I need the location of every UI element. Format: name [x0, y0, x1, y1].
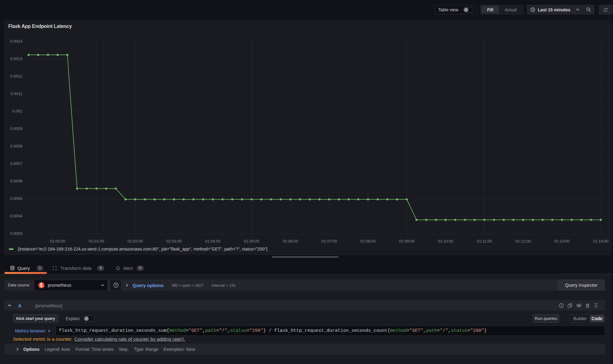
- svg-text:01:10:00: 01:10:00: [438, 239, 454, 243]
- svg-text:0.0014: 0.0014: [10, 39, 22, 44]
- query-inspector-button[interactable]: Query inspector: [557, 279, 605, 290]
- query-row-header[interactable]: A (prometheus) ?: [4, 300, 605, 311]
- svg-text:0.0006: 0.0006: [10, 179, 22, 183]
- tab-alert-label: Alert: [123, 266, 133, 271]
- drag-handle-icon[interactable]: [594, 303, 598, 308]
- svg-text:0.0003: 0.0003: [10, 231, 22, 236]
- grafana-panel-editor: Table view Fill Actual Last 15 minutes F…: [0, 0, 613, 364]
- svg-text:01:08:00: 01:08:00: [360, 239, 376, 243]
- query-options-toggle[interactable]: Query options: [125, 280, 164, 291]
- refresh-button[interactable]: [599, 5, 612, 14]
- options-step: Step:: [119, 347, 129, 352]
- tab-query[interactable]: Query 1: [10, 264, 44, 272]
- query-options-interval: Interval = 15s: [212, 283, 236, 288]
- table-view-toggle[interactable]: [463, 7, 474, 13]
- svg-text:01:02:00: 01:02:00: [128, 239, 143, 243]
- query-help-icon[interactable]: ?: [559, 303, 564, 308]
- table-view-toggle-group: Table view: [435, 5, 477, 14]
- tab-query-badge: 1: [36, 266, 44, 271]
- svg-text:01:11:00: 01:11:00: [477, 239, 492, 243]
- question-circle-icon: ?: [113, 282, 119, 288]
- svg-text:01:07:00: 01:07:00: [321, 239, 337, 243]
- builder-code-segment: Builder Code: [569, 314, 605, 323]
- svg-text:0.0005: 0.0005: [10, 196, 22, 201]
- svg-text:01:01:00: 01:01:00: [89, 239, 104, 243]
- query-options-md: MD = auto = 1827: [172, 283, 204, 288]
- builder-button[interactable]: Builder: [570, 316, 590, 321]
- transform-icon: [52, 266, 57, 270]
- legend-series-dash[interactable]: [9, 248, 13, 250]
- remove-query-icon[interactable]: [585, 303, 590, 308]
- zoom-out-button[interactable]: [583, 5, 594, 14]
- tab-alert[interactable]: Alert 0: [116, 264, 144, 272]
- explain-toggle[interactable]: [83, 316, 94, 321]
- options-label: Options: [23, 347, 40, 352]
- svg-text:0.0011: 0.0011: [10, 91, 22, 96]
- svg-text:01:14:00: 01:14:00: [593, 239, 609, 243]
- kick-start-query-button[interactable]: Kick start your query: [13, 314, 58, 323]
- code-button[interactable]: Code: [590, 315, 604, 322]
- svg-text:01:09:00: 01:09:00: [399, 239, 415, 243]
- metrics-browser-chevron-icon: [48, 329, 50, 332]
- svg-text:0.0012: 0.0012: [10, 74, 22, 79]
- svg-text:01:00:00: 01:00:00: [50, 239, 66, 243]
- tab-alert-badge: 0: [137, 266, 144, 271]
- time-range-group: Last 15 minutes: [527, 5, 594, 14]
- datasource-select[interactable]: prometheus: [34, 280, 108, 291]
- legend-row: {instance="ec2-184-169-216-224.us-west-1…: [9, 247, 267, 251]
- time-range-label: Last 15 minutes: [538, 7, 570, 12]
- options-exemplars: Exemplars: false: [163, 347, 195, 352]
- tab-query-label: Query: [17, 266, 30, 271]
- tab-transform[interactable]: Transform data 0: [52, 264, 104, 272]
- table-view-label: Table view: [438, 7, 458, 12]
- explain-label: Explain: [66, 316, 80, 321]
- duplicate-query-icon[interactable]: [567, 303, 573, 308]
- query-ref-id: A: [18, 303, 21, 308]
- options-format: Format: Time series: [75, 347, 113, 352]
- metrics-browser-label: Metrics browser: [15, 328, 45, 333]
- metrics-browser-toggle[interactable]: Metrics browser: [15, 326, 50, 336]
- datasource-help-button[interactable]: ?: [110, 280, 121, 291]
- query-options-label: Query options: [132, 283, 164, 288]
- clock-icon: [531, 7, 535, 12]
- chevron-down-icon: [576, 8, 579, 11]
- rate-hint-link[interactable]: Consider calculating rate of counter by …: [75, 336, 185, 342]
- datasource-value: prometheus: [48, 283, 71, 288]
- svg-text:01:05:00: 01:05:00: [244, 239, 259, 243]
- query-row-collapse-icon[interactable]: [8, 303, 11, 306]
- svg-text:01:06:00: 01:06:00: [283, 239, 298, 243]
- svg-text:01:04:00: 01:04:00: [205, 239, 221, 243]
- svg-text:01:03:00: 01:03:00: [166, 239, 182, 243]
- svg-text:0.0004: 0.0004: [10, 214, 22, 218]
- datasource-chevron-icon: [101, 283, 104, 286]
- query-datasource-hint: (prometheus): [35, 303, 63, 308]
- svg-text:0.001: 0.001: [12, 109, 22, 113]
- query-options-chevron-icon: [125, 284, 128, 287]
- panel-resize-handle[interactable]: [272, 256, 339, 258]
- hide-query-icon[interactable]: [576, 303, 582, 308]
- actual-button[interactable]: Actual: [499, 6, 523, 13]
- counter-warning-text: Selected metric is a counter.: [13, 336, 73, 342]
- promql-editor[interactable]: flask_http_request_duration_seconds_sum{…: [56, 326, 605, 336]
- refresh-icon: [603, 7, 608, 12]
- svg-text:?: ?: [115, 284, 117, 287]
- latency-chart[interactable]: 0.00030.00040.00050.00060.00070.00080.00…: [5, 31, 611, 255]
- time-range-picker[interactable]: Last 15 minutes: [527, 5, 583, 14]
- svg-text:0.0007: 0.0007: [10, 161, 22, 166]
- prometheus-icon: [38, 282, 45, 289]
- run-queries-button[interactable]: Run queries: [533, 314, 559, 323]
- options-legend: Legend: Auto: [45, 347, 70, 352]
- legend-series-label[interactable]: {instance="ec2-184-169-216-224.us-west-1…: [18, 247, 267, 251]
- query-options-bar[interactable]: Options Legend: Auto Format: Time series…: [4, 343, 605, 355]
- fill-button[interactable]: Fill: [481, 6, 499, 13]
- svg-text:01:13:00: 01:13:00: [554, 239, 570, 243]
- tab-transform-label: Transform data: [60, 266, 91, 271]
- zoom-out-icon: [586, 7, 591, 12]
- options-chevron-icon: [16, 348, 19, 351]
- options-type: Type: Range: [134, 347, 158, 352]
- svg-text:0.0009: 0.0009: [10, 126, 22, 131]
- fill-actual-segment: Fill Actual: [481, 5, 523, 14]
- panel-title: Flask App Endpoint Latency: [8, 24, 72, 29]
- svg-text:0.0013: 0.0013: [10, 56, 22, 61]
- svg-text:?: ?: [561, 304, 562, 307]
